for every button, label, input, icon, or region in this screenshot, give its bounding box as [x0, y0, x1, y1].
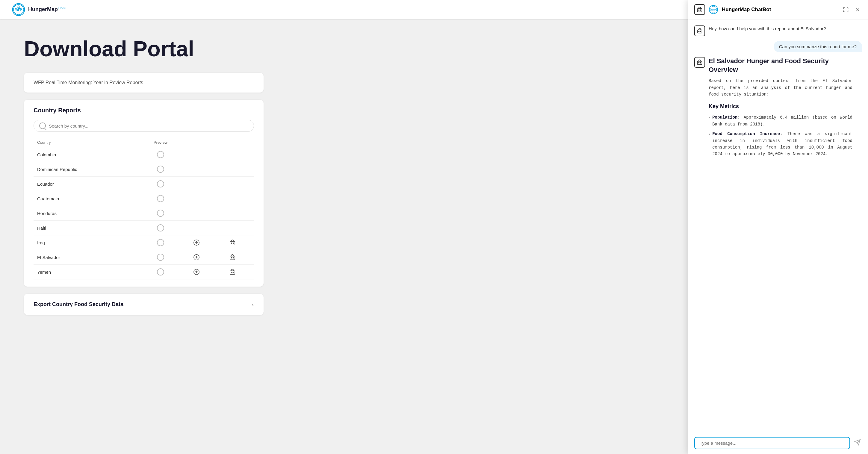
expand-button[interactable]: [842, 5, 850, 14]
svg-rect-7: [230, 242, 235, 245]
metric-food-text: Food Consumption Increase: There was a s…: [712, 131, 852, 158]
chatbot-icon: [694, 4, 705, 15]
chatbot-header: WFP HungerMap ChatBot: [688, 0, 868, 20]
country-reports-heading: Country Reports: [34, 107, 254, 114]
bot-greeting-text: Hey, how can I help you with this report…: [709, 26, 826, 32]
table-row: Dominican Republic: [34, 162, 254, 177]
bot-response-text: El Salvador Hunger and Food Security Ove…: [709, 57, 852, 161]
chat-input-area: [688, 432, 868, 454]
wfp-logo: WFP: [12, 3, 25, 16]
svg-rect-15: [230, 271, 235, 274]
search-bar[interactable]: [34, 120, 254, 132]
country-reports-section: Country Reports Country Preview Colombia…: [24, 100, 264, 287]
logo-area: WFP HungerMapLIVE: [12, 3, 66, 16]
country-name: Colombia: [37, 152, 143, 157]
chatbot-title: HungerMap ChatBot: [722, 7, 838, 12]
table-row: Ecuador: [34, 177, 254, 191]
svg-point-8: [231, 243, 232, 244]
table-row: Haiti: [34, 221, 254, 235]
bot-icon[interactable]: [214, 269, 250, 275]
country-name: Ecuador: [37, 182, 143, 187]
metric-bullet-icon: •: [709, 115, 710, 121]
country-name: Honduras: [37, 211, 143, 216]
wfp-section-label: WFP Real Time Monitoring: Year in Review…: [34, 80, 143, 85]
main-content: Download Portal WFP Real Time Monitoring…: [0, 19, 287, 333]
chevron-left-icon: ‹: [252, 301, 254, 308]
svg-point-19: [699, 9, 700, 10]
svg-rect-11: [230, 256, 235, 260]
metric-population: • Population: Approximately 6.4 million …: [709, 114, 852, 128]
table-row: Guatemala: [34, 191, 254, 206]
chat-input[interactable]: [694, 437, 850, 449]
response-intro: Based on the provided context from the E…: [709, 77, 852, 98]
country-name: Dominican Republic: [37, 167, 143, 172]
send-button[interactable]: [853, 438, 862, 449]
search-icon: [39, 123, 46, 129]
table-row: Iraq: [34, 235, 254, 250]
preview-icon[interactable]: [143, 180, 179, 188]
preview-icon[interactable]: [143, 239, 179, 246]
country-name: Haiti: [37, 226, 143, 231]
svg-rect-27: [698, 30, 702, 33]
svg-point-9: [233, 243, 234, 244]
bot-avatar-response: [694, 57, 705, 68]
country-name: Yemen: [37, 269, 143, 274]
user-bubble: Can you summarize this report for me?: [774, 41, 862, 52]
preview-icon[interactable]: [143, 151, 179, 158]
metric-bullet-icon-2: •: [709, 132, 710, 137]
bot-response-message: El Salvador Hunger and Food Security Ove…: [694, 57, 862, 161]
metric-population-text: Population: Approximately 6.4 million (b…: [712, 114, 852, 128]
col-preview: Preview: [143, 140, 179, 144]
table-row: Yemen: [34, 265, 254, 280]
preview-icon[interactable]: [143, 166, 179, 173]
bot-icon[interactable]: [214, 239, 250, 246]
upload-icon[interactable]: [179, 269, 214, 275]
key-metrics-title: Key Metrics: [709, 102, 852, 110]
svg-text:WFP: WFP: [711, 9, 716, 11]
svg-point-32: [700, 62, 701, 63]
svg-point-17: [233, 272, 234, 273]
preview-icon[interactable]: [143, 224, 179, 231]
svg-rect-18: [698, 9, 702, 12]
country-name: El Salvador: [37, 255, 143, 260]
page-title: Download Portal: [24, 37, 264, 61]
export-title: Export Country Food Security Data: [34, 301, 123, 307]
upload-icon[interactable]: [179, 254, 214, 261]
table-header: Country Preview: [34, 138, 254, 147]
country-name: Guatemala: [37, 196, 143, 201]
bot-avatar: [694, 26, 705, 36]
svg-point-28: [699, 31, 700, 32]
col-country: Country: [37, 140, 143, 144]
chatbot-panel: WFP HungerMap ChatBot: [688, 0, 868, 454]
svg-point-31: [699, 62, 700, 63]
table-row: Honduras: [34, 206, 254, 221]
svg-rect-30: [698, 61, 702, 65]
preview-icon[interactable]: [143, 254, 179, 261]
table-row-el-salvador: El Salvador: [34, 250, 254, 265]
wfp-section: WFP Real Time Monitoring: Year in Review…: [24, 73, 264, 93]
user-message: Can you summarize this report for me?: [694, 41, 862, 52]
svg-point-12: [231, 258, 232, 258]
chatbot-actions: [842, 5, 862, 14]
response-title: El Salvador Hunger and Food Security Ove…: [709, 57, 852, 74]
wfp-logo-chatbot: WFP: [709, 5, 718, 14]
logo-text: HungerMapLIVE: [28, 6, 66, 12]
country-name: Iraq: [37, 240, 143, 245]
search-input[interactable]: [49, 123, 248, 128]
svg-point-20: [700, 9, 701, 10]
metric-food-consumption: • Food Consumption Increase: There was a…: [709, 131, 852, 158]
svg-point-29: [700, 31, 701, 32]
col-upload: [179, 140, 214, 144]
export-section[interactable]: Export Country Food Security Data ‹: [24, 294, 264, 315]
bot-greeting-message: Hey, how can I help you with this report…: [694, 26, 862, 36]
upload-icon[interactable]: [179, 239, 214, 246]
col-bot: [214, 140, 250, 144]
close-button[interactable]: [854, 5, 862, 14]
svg-point-16: [231, 272, 232, 273]
preview-icon[interactable]: [143, 209, 179, 217]
chat-messages: Hey, how can I help you with this report…: [688, 20, 868, 432]
bot-icon[interactable]: [214, 254, 250, 261]
preview-icon[interactable]: [143, 195, 179, 202]
table-row: Colombia: [34, 147, 254, 162]
preview-icon[interactable]: [143, 268, 179, 275]
